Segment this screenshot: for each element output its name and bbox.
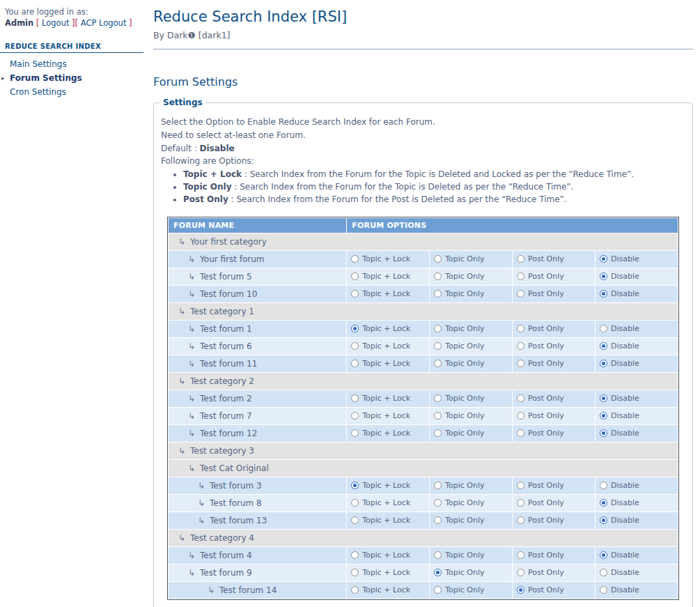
radio-topic-lock[interactable]: Topic + Lock [351,568,425,577]
sidebar-link-main-settings[interactable]: Main Settings [10,59,67,69]
radio-post-only[interactable]: Post Only [517,394,591,403]
radio-disable[interactable]: Disable [600,516,674,525]
radio-topic-lock[interactable]: Topic + Lock [351,551,425,560]
section-title: Forum Settings [153,75,693,89]
bracket-close: ] [126,18,132,28]
radio-disable[interactable]: Disable [600,429,674,438]
forum-row: ↳Test forum 5Topic + LockTopic OnlyPost … [169,268,678,285]
radio-topic-only[interactable]: Topic Only [434,324,508,333]
radio-topic-only[interactable]: Topic Only [434,272,508,281]
radio-label: Topic Only [445,411,484,420]
forum-option-cell: Post Only [513,564,596,581]
subforum-arrow-icon: ↳ [198,516,205,525]
radio-label: Disable [611,289,639,298]
radio-post-only[interactable]: Post Only [517,498,591,507]
radio-label: Post Only [528,585,564,594]
radio-topic-lock[interactable]: Topic + Lock [351,254,425,263]
radio-post-only[interactable]: Post Only [517,481,591,490]
radio-post-only[interactable]: Post Only [517,254,591,263]
radio-topic-only[interactable]: Topic Only [434,551,508,560]
radio-topic-lock[interactable]: Topic + Lock [351,289,425,298]
radio-disable[interactable]: Disable [600,498,674,507]
help-term: Topic Only [183,182,232,192]
radio-post-only[interactable]: Post Only [517,359,591,368]
radio-topic-only[interactable]: Topic Only [434,411,508,420]
logout-link[interactable]: Logout [42,18,69,28]
radio-icon [351,586,359,594]
forum-name-cell: ↳Test forum 7 [169,407,347,424]
radio-disable[interactable]: Disable [600,481,674,490]
username: Admin [5,18,33,28]
radio-topic-lock[interactable]: Topic + Lock [351,341,425,351]
forum-name-cell: ↳Test forum 8 [169,494,347,512]
radio-post-only[interactable]: Post Only [517,551,591,560]
radio-topic-lock[interactable]: Topic + Lock [351,324,425,333]
radio-disable[interactable]: Disable [600,254,674,263]
radio-disable[interactable]: Disable [600,289,674,298]
radio-label: Topic Only [445,254,484,263]
radio-topic-only[interactable]: Topic Only [434,429,508,438]
forum-name-cell: ↳Test category 1 [169,302,678,320]
sidebar-item-forum-settings[interactable]: ▸ Forum Settings [0,71,143,85]
forum-row: ↳Test forum 4Topic + LockTopic OnlyPost … [169,546,678,564]
radio-post-only[interactable]: Post Only [517,272,591,281]
radio-disable[interactable]: Disable [600,341,674,351]
radio-disable[interactable]: Disable [600,324,674,333]
sidebar-item-cron-settings[interactable]: Cron Settings [0,85,143,99]
forum-row: ↳Test forum 1Topic + LockTopic OnlyPost … [169,320,678,337]
radio-post-only[interactable]: Post Only [517,341,591,351]
radio-disable[interactable]: Disable [600,585,674,594]
sidebar-item-main-settings[interactable]: Main Settings [0,57,143,71]
radio-topic-only[interactable]: Topic Only [434,254,508,263]
subforum-arrow-icon: ↳ [188,394,195,404]
radio-post-only[interactable]: Post Only [517,429,591,438]
radio-topic-lock[interactable]: Topic + Lock [351,394,425,403]
radio-post-only[interactable]: Post Only [517,568,591,577]
radio-post-only[interactable]: Post Only [517,289,591,298]
radio-disable[interactable]: Disable [600,272,674,281]
sidebar-link-forum-settings[interactable]: Forum Settings [10,73,82,83]
default-line: Default : Disable [161,144,685,155]
radio-topic-only[interactable]: Topic Only [434,516,508,525]
radio-topic-lock[interactable]: Topic + Lock [351,498,425,507]
subforum-arrow-icon: ↳ [188,254,195,264]
forum-name-cell: ↳Your first category [169,233,678,250]
radio-topic-only[interactable]: Topic Only [434,585,508,594]
radio-topic-only[interactable]: Topic Only [434,568,508,577]
forum-option-cell: Topic + Lock [347,390,430,407]
radio-label: Disable [611,568,639,577]
radio-topic-only[interactable]: Topic Only [434,289,508,298]
help-item: Topic Only : Search Index from the Forum… [183,182,685,193]
radio-disable[interactable]: Disable [600,551,674,560]
radio-topic-only[interactable]: Topic Only [434,481,508,490]
radio-topic-lock[interactable]: Topic + Lock [351,411,425,420]
radio-topic-only[interactable]: Topic Only [434,341,508,351]
radio-post-only[interactable]: Post Only [517,411,591,420]
radio-topic-lock[interactable]: Topic + Lock [351,272,425,281]
radio-icon [434,586,442,594]
radio-topic-lock[interactable]: Topic + Lock [351,359,425,368]
radio-post-only[interactable]: Post Only [517,324,591,333]
radio-disable[interactable]: Disable [600,359,674,368]
radio-topic-only[interactable]: Topic Only [434,394,508,403]
radio-topic-lock[interactable]: Topic + Lock [351,429,425,438]
radio-post-only[interactable]: Post Only [517,516,591,525]
radio-topic-only[interactable]: Topic Only [434,498,508,507]
radio-icon [434,342,442,350]
radio-label: Post Only [528,498,564,507]
radio-disable[interactable]: Disable [600,394,674,403]
radio-topic-lock[interactable]: Topic + Lock [351,481,425,490]
radio-topic-lock[interactable]: Topic + Lock [351,585,425,594]
radio-label: Topic Only [445,568,484,577]
category-name: Test category 1 [190,307,254,316]
radio-disable[interactable]: Disable [600,411,674,420]
radio-disable[interactable]: Disable [600,568,674,577]
forum-name: Test forum 6 [200,341,252,351]
radio-topic-only[interactable]: Topic Only [434,359,508,368]
radio-topic-lock[interactable]: Topic + Lock [351,516,425,525]
radio-label: Topic Only [445,324,484,333]
radio-label: Topic + Lock [362,568,410,577]
radio-post-only[interactable]: Post Only [517,585,591,594]
sidebar-link-cron-settings[interactable]: Cron Settings [10,87,66,97]
acp-logout-link[interactable]: ACP Logout [81,18,127,28]
